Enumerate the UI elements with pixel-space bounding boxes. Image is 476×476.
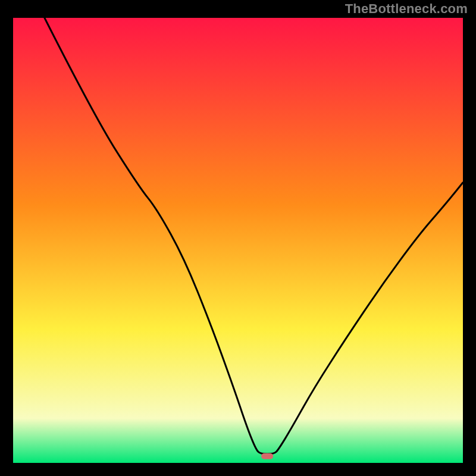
bottleneck-chart: [13, 18, 463, 463]
gradient-background: [13, 18, 463, 463]
attribution-label: TheBottleneck.com: [345, 1, 468, 17]
chart-frame: TheBottleneck.com: [0, 0, 476, 476]
minimum-marker: [261, 453, 273, 459]
